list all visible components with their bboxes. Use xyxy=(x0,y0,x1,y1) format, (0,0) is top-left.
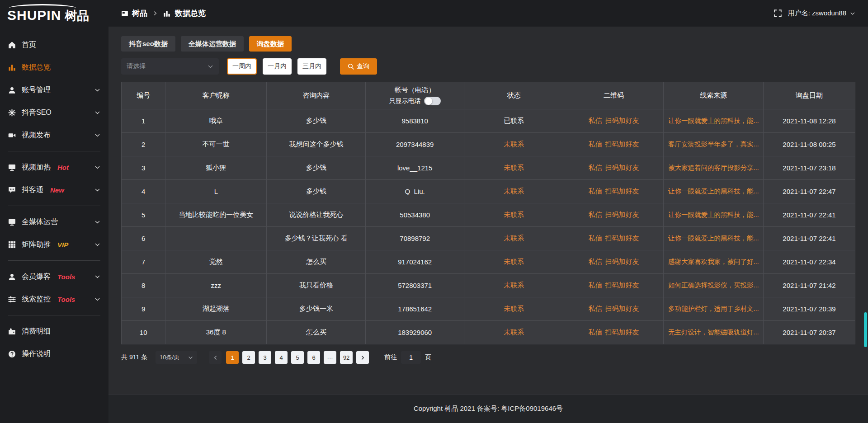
source-link[interactable]: 无主灯设计，智能磁吸轨道灯... xyxy=(668,329,759,336)
qr-action-link[interactable]: 私信 xyxy=(588,305,602,312)
cell-account: Q_Liu. xyxy=(366,180,464,203)
phone-only-toggle[interactable] xyxy=(424,97,441,105)
qr-action-link[interactable]: 私信 xyxy=(588,258,602,265)
source-link[interactable]: 多功能护栏灯，适用于乡村文... xyxy=(668,305,759,312)
source-link[interactable]: 让你一眼就爱上的黑科技，能... xyxy=(668,211,759,218)
cell-status: 已联系 xyxy=(464,109,564,133)
qr-action-link[interactable]: 扫码加好友 xyxy=(605,281,639,289)
sidebar-item-member[interactable]: 会员爆客Tools xyxy=(0,265,108,288)
cell-no: 4 xyxy=(122,180,165,203)
source-link[interactable]: 被大家追着问的客厅投影分享... xyxy=(668,164,759,171)
qr-action-link[interactable]: 扫码加好友 xyxy=(605,211,639,218)
page-size-select[interactable]: 10条/页 xyxy=(156,351,197,364)
qr-action-link[interactable]: 扫码加好友 xyxy=(605,305,639,312)
sidebar-divider xyxy=(8,260,100,261)
filter-select[interactable]: 请选择 xyxy=(121,58,219,75)
qr-action-link[interactable]: 扫码加好友 xyxy=(605,187,639,195)
tab-douyin-seo-data[interactable]: 抖音seo数据 xyxy=(121,36,175,52)
logo: SHUPIN 树品 xyxy=(0,0,108,27)
logo-arc xyxy=(9,4,76,12)
qr-action-link[interactable]: 私信 xyxy=(588,328,602,336)
page-button-1[interactable]: 1 xyxy=(226,351,239,364)
breadcrumb-root[interactable]: 树品 xyxy=(132,8,147,19)
qr-action-link[interactable]: 扫码加好友 xyxy=(605,140,639,148)
qr-action-link[interactable]: 私信 xyxy=(588,140,602,148)
cell-no: 1 xyxy=(122,109,165,133)
screen-heat-icon xyxy=(8,164,16,171)
sidebar-item-question[interactable]: 操作说明 xyxy=(0,343,108,365)
period-button-month[interactable]: 一月内 xyxy=(263,58,292,75)
source-link[interactable]: 客厅安装投影半年多了，真实... xyxy=(668,141,759,148)
tab-media-ops-data[interactable]: 全媒体运营数据 xyxy=(181,36,244,52)
source-link[interactable]: 感谢大家喜欢我家，被问了好... xyxy=(668,258,759,265)
qr-action-link[interactable]: 扫码加好友 xyxy=(605,164,639,171)
sidebar-item-sliders[interactable]: 线索监控Tools xyxy=(0,288,108,310)
page-button-3[interactable]: 3 xyxy=(259,351,271,364)
chat-icon xyxy=(8,186,16,194)
period-button-week[interactable]: 一周内 xyxy=(227,58,257,75)
fullscreen-icon[interactable] xyxy=(774,9,782,17)
sliders-icon xyxy=(8,296,16,303)
col-header-no: 编号 xyxy=(122,82,165,109)
source-link[interactable]: 让你一眼就爱上的黑科技，能... xyxy=(668,235,759,242)
prev-page-button[interactable] xyxy=(209,351,222,364)
sidebar-item-label: 会员爆客 xyxy=(22,272,51,282)
scrollbar-thumb[interactable] xyxy=(864,312,867,347)
source-link[interactable]: 让你一眼就爱上的黑科技，能... xyxy=(668,188,759,195)
sidebar-item-screen-heat[interactable]: 视频加热Hot xyxy=(0,156,108,179)
page-button-4[interactable]: 4 xyxy=(275,351,288,364)
cell-status: 未联系 xyxy=(464,227,564,250)
sidebar-item-bar-chart[interactable]: 数据总览 xyxy=(0,56,108,79)
cell-nickname: 36度 8 xyxy=(165,321,267,344)
sidebar-item-monitor[interactable]: 全媒体运营 xyxy=(0,211,108,233)
period-button-quarter[interactable]: 三月内 xyxy=(297,58,326,75)
source-link[interactable]: 如何正确选择投影仪，买投影... xyxy=(668,282,759,289)
qr-action-link[interactable]: 私信 xyxy=(588,211,602,218)
cell-account: 183929060 xyxy=(366,321,464,344)
table-row: 5当地比较能吃的一位美女说说价格让我死心50534380未联系私信扫码加好友让你… xyxy=(122,203,855,227)
cell-account: 917024162 xyxy=(366,250,464,274)
sidebar-item-user[interactable]: 账号管理 xyxy=(0,79,108,101)
source-link[interactable]: 让你一眼就爱上的黑科技，能... xyxy=(668,117,759,124)
cell-account: love__1215 xyxy=(366,156,464,180)
page-button-5[interactable]: 5 xyxy=(291,351,304,364)
sidebar-item-chat[interactable]: 抖客通New xyxy=(0,179,108,201)
qr-action-link[interactable]: 扫码加好友 xyxy=(605,234,639,242)
chevron-down-icon[interactable] xyxy=(850,11,855,16)
sidebar-item-grid[interactable]: 矩阵助推VIP xyxy=(0,233,108,256)
tab-inquiry-data[interactable]: 询盘数据 xyxy=(249,36,292,52)
qr-action-link[interactable]: 私信 xyxy=(588,164,602,171)
qr-action-link[interactable]: 扫码加好友 xyxy=(605,328,639,336)
qr-action-link[interactable]: 私信 xyxy=(588,187,602,195)
qr-action-link[interactable]: 扫码加好友 xyxy=(605,258,639,265)
pagination: 共 911 条 10条/页 123456···92 xyxy=(121,351,855,364)
goto-page-input[interactable]: 1 xyxy=(401,351,421,364)
qr-action-link[interactable]: 私信 xyxy=(588,281,602,289)
cell-nickname: L xyxy=(165,180,267,203)
sidebar-item-video-camera[interactable]: 视频发布 xyxy=(0,124,108,146)
cell-date: 2021-11-08 12:28 xyxy=(764,109,855,133)
cell-nickname: 不可一世 xyxy=(165,133,267,156)
qr-action-link[interactable]: 私信 xyxy=(588,234,602,242)
qr-action-link[interactable]: 扫码加好友 xyxy=(605,117,639,124)
sidebar-item-wallet[interactable]: 消费明细 xyxy=(0,320,108,343)
chevron-left-icon xyxy=(213,355,218,360)
search-button[interactable]: 查询 xyxy=(340,58,377,75)
sidebar-item-gear[interactable]: 抖音SEO xyxy=(0,101,108,124)
cell-account: 70898792 xyxy=(366,227,464,250)
sidebar-item-home[interactable]: 首页 xyxy=(0,33,108,56)
more-pages-button[interactable]: ··· xyxy=(324,351,336,364)
cell-no: 8 xyxy=(122,274,165,297)
sidebar-item-label: 消费明细 xyxy=(22,327,51,336)
cell-date: 2021-11-07 23:18 xyxy=(764,156,855,180)
chevron-right-icon xyxy=(360,355,365,360)
col-header-nickname: 客户昵称 xyxy=(165,82,267,109)
next-page-button[interactable] xyxy=(356,351,369,364)
table-row: 7觉然怎么买917024162未联系私信扫码加好友感谢大家喜欢我家，被问了好..… xyxy=(122,250,855,274)
bar-chart-icon xyxy=(8,64,16,71)
page-button-6[interactable]: 6 xyxy=(307,351,320,364)
qr-action-link[interactable]: 私信 xyxy=(588,117,602,124)
username-menu[interactable]: 用户名: zswodun88 xyxy=(788,9,846,18)
page-button-2[interactable]: 2 xyxy=(242,351,255,364)
page-button-92[interactable]: 92 xyxy=(340,351,353,364)
